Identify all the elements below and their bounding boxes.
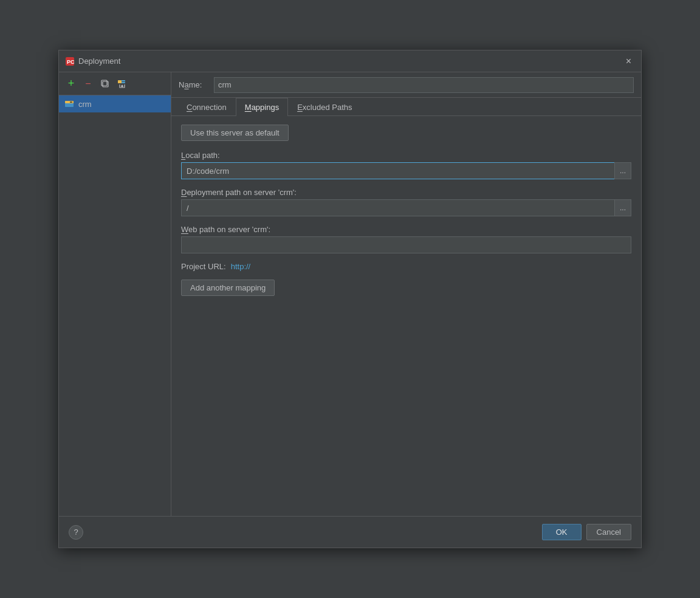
title-bar: PC Deployment × (59, 50, 641, 72)
sidebar-item-label: crm (78, 100, 92, 109)
window-title: Deployment (78, 57, 120, 66)
local-path-input-group: ... (181, 162, 631, 179)
web-path-input-group (181, 236, 631, 253)
content-area: Use this server as default Local path: .… (171, 116, 641, 516)
tab-excluded-paths[interactable]: Excluded Paths (288, 98, 361, 116)
dialog-footer: ? OK Cancel (59, 516, 641, 548)
name-input[interactable] (214, 77, 634, 93)
deployment-path-input-group: ... (181, 199, 631, 216)
download-button[interactable] (115, 77, 129, 91)
server-icon (64, 98, 75, 109)
add-mapping-button[interactable]: Add another mapping (181, 280, 275, 296)
tab-excluded-label: E (297, 103, 303, 112)
name-label: Name: (179, 80, 209, 89)
help-button[interactable]: ? (69, 525, 83, 540)
ok-button[interactable]: OK (542, 524, 582, 540)
svg-rect-5 (122, 80, 125, 81)
project-url-row: Project URL: http:// (181, 262, 631, 271)
svg-rect-6 (122, 82, 125, 83)
tab-connection-rest: onnection (192, 103, 226, 112)
svg-point-9 (71, 101, 72, 103)
app-icon: PC (65, 57, 75, 66)
cancel-button[interactable]: Cancel (586, 524, 631, 540)
title-bar-left: PC Deployment (65, 57, 120, 66)
dialog-body: + − (59, 72, 641, 516)
local-path-input[interactable] (181, 162, 614, 179)
svg-point-10 (70, 101, 71, 103)
web-path-input[interactable] (181, 236, 631, 253)
svg-rect-3 (101, 80, 107, 86)
tab-connection-label: C (187, 103, 192, 112)
add-server-button[interactable]: + (64, 77, 78, 91)
local-path-group: Local path: ... (181, 151, 631, 179)
project-url-value: http:// (231, 262, 251, 271)
svg-text:PC: PC (67, 59, 75, 65)
deployment-dialog: PC Deployment × + − (58, 50, 642, 548)
svg-rect-4 (118, 80, 122, 83)
tab-connection[interactable]: Connection (177, 98, 236, 116)
sidebar-toolbar: + − (59, 72, 171, 95)
tab-mappings[interactable]: Mappings (236, 98, 288, 116)
remove-server-button[interactable]: − (81, 77, 95, 91)
use-default-button[interactable]: Use this server as default (181, 125, 289, 141)
close-button[interactable]: × (622, 55, 635, 68)
web-path-label: Web path on server 'crm': (181, 225, 631, 234)
sidebar-item-crm[interactable]: crm (59, 95, 171, 112)
tab-mappings-rest: appings (252, 103, 280, 112)
local-path-label: Local path: (181, 151, 631, 160)
deployment-path-group: Deployment path on server 'crm': ... (181, 188, 631, 216)
tab-excluded-rest: xcluded Paths (303, 103, 352, 112)
name-row: Name: (171, 72, 641, 98)
tab-mappings-label: M (245, 103, 252, 112)
main-content: Name: Connection Mappings Excluded Paths (171, 72, 641, 516)
deployment-path-browse-button[interactable]: ... (614, 199, 631, 216)
copy-server-button[interactable] (98, 77, 112, 91)
project-url-label: Project URL: (181, 262, 226, 271)
svg-rect-2 (103, 81, 108, 87)
local-path-browse-button[interactable]: ... (614, 162, 631, 179)
web-path-group: Web path on server 'crm': (181, 225, 631, 253)
deployment-path-label: Deployment path on server 'crm': (181, 188, 631, 197)
deployment-path-input[interactable] (181, 199, 614, 216)
footer-buttons: OK Cancel (542, 524, 631, 540)
tabs-row: Connection Mappings Excluded Paths (171, 98, 641, 116)
sidebar: + − (59, 72, 171, 516)
